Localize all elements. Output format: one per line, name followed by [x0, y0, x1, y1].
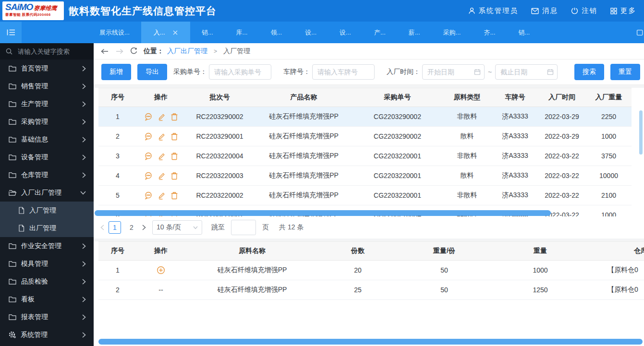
- edit-icon[interactable]: [158, 152, 166, 160]
- sidebar-item-work-safety[interactable]: 作业安全管理: [0, 237, 94, 255]
- next-page-icon[interactable]: [142, 225, 146, 230]
- gear-icon: [9, 331, 16, 338]
- edit-icon[interactable]: [158, 191, 166, 200]
- page-button-2[interactable]: 2: [125, 221, 138, 234]
- breadcrumb-parent-link[interactable]: 入厂出厂管理: [167, 47, 207, 56]
- user-name: 系统管理员: [479, 6, 519, 15]
- folder-icon: [9, 136, 16, 143]
- folder-icon: [9, 261, 16, 267]
- folder-icon: [9, 243, 16, 249]
- table-row[interactable]: 2 RC2203290001 硅灰石纤维填充增强PP CG2203290002 …: [98, 127, 632, 146]
- table-row[interactable]: 3 RC2203220004 硅灰石纤维填充增强PP CG2203220001 …: [98, 146, 632, 166]
- message-icon[interactable]: [144, 113, 153, 121]
- table-row[interactable]: 1 RC2203290002 硅灰石纤维填充增强PP CG2203290002 …: [98, 107, 632, 127]
- close-tab-icon[interactable]: [173, 30, 178, 35]
- col-seq: 序号: [98, 242, 137, 261]
- sidebar-item-quality[interactable]: 品质检验: [0, 273, 94, 290]
- plus-circle-icon[interactable]: [157, 266, 165, 274]
- search-button[interactable]: 搜索: [574, 64, 604, 80]
- sidebar-item-entry-mgmt[interactable]: 入厂管理: [0, 202, 94, 219]
- user-menu[interactable]: 系统管理员: [468, 6, 519, 15]
- main-content: 位置： 入厂出厂管理 > 入厂管理 新增 导出 采购单号： 车牌号： 入厂时间：…: [94, 43, 644, 346]
- tab-6[interactable]: 设...: [328, 22, 363, 43]
- sidebar-search-input[interactable]: [17, 48, 86, 56]
- sidebar-item-equipment[interactable]: 设备管理: [0, 148, 94, 166]
- vertical-scrollbar[interactable]: [639, 110, 643, 155]
- calendar-icon[interactable]: [547, 69, 554, 75]
- delete-icon[interactable]: [170, 132, 178, 141]
- sidebar-item-entry-exit[interactable]: 入厂出厂管理: [0, 184, 94, 202]
- folder-icon: [9, 296, 16, 302]
- col-material-type: 原料类型: [442, 88, 492, 107]
- calendar-icon[interactable]: [474, 69, 481, 75]
- add-button[interactable]: 新增: [101, 64, 131, 80]
- delete-icon[interactable]: [170, 113, 178, 121]
- sidebar-item-reports[interactable]: 报表管理: [0, 308, 94, 326]
- edit-icon[interactable]: [158, 113, 166, 121]
- sidebar-item-kanban[interactable]: 看板: [0, 290, 94, 308]
- jump-label: 跳至: [211, 223, 225, 232]
- sidebar-item-sales[interactable]: 销售管理: [0, 77, 94, 95]
- more-button[interactable]: 更多: [610, 6, 636, 15]
- tab-2[interactable]: 销...: [190, 22, 225, 43]
- chevron-right-icon: [82, 261, 86, 267]
- folder-icon: [9, 101, 16, 107]
- sidebar-item-purchasing[interactable]: 采购管理: [0, 113, 94, 131]
- message-icon[interactable]: [144, 191, 153, 200]
- tab-9[interactable]: 采购...: [432, 22, 473, 43]
- message-icon[interactable]: [144, 172, 153, 180]
- plate-no-input[interactable]: [312, 64, 375, 80]
- col-weight: 重量: [492, 242, 588, 261]
- sidebar-item-mold[interactable]: 模具管理: [0, 255, 94, 273]
- tab-0[interactable]: 展示线设...: [88, 22, 141, 43]
- pagination-bar: 1 2 10 条/页 跳至 页 共 12 条: [94, 216, 644, 239]
- table-row[interactable]: 5 RC2203220002 硅灰石纤维填充增强PP CG2203220001 …: [98, 186, 632, 205]
- menu-collapse-icon: [6, 28, 16, 36]
- jump-page-input[interactable]: [231, 220, 256, 235]
- sidebar-item-exit-mgmt[interactable]: 出厂管理: [0, 219, 94, 237]
- delete-icon[interactable]: [170, 191, 178, 200]
- horizontal-scrollbar[interactable]: [95, 210, 551, 216]
- delete-icon[interactable]: [170, 172, 178, 180]
- tab-7[interactable]: 产...: [363, 22, 397, 43]
- partial-tab-icon[interactable]: [636, 22, 644, 43]
- mail-icon: [531, 8, 539, 14]
- messages-button[interactable]: 消息: [531, 6, 558, 15]
- logout-button[interactable]: 注销: [571, 6, 597, 15]
- tab-8[interactable]: 薪...: [397, 22, 432, 43]
- sidebar-item-warehouse[interactable]: 仓库管理: [0, 166, 94, 184]
- page-size-select[interactable]: 10 条/页: [152, 220, 202, 235]
- delete-icon[interactable]: [170, 152, 178, 160]
- tab-10[interactable]: 齐...: [472, 22, 507, 43]
- prev-page-icon[interactable]: [100, 225, 104, 230]
- tab-1-active[interactable]: 入...: [141, 22, 190, 43]
- tab-3[interactable]: 库...: [225, 22, 259, 43]
- sidebar-item-home[interactable]: 首页管理: [0, 60, 94, 77]
- file-icon: [18, 207, 24, 214]
- export-button[interactable]: 导出: [137, 64, 167, 80]
- table-row[interactable]: 4 RC2203220003 硅灰石纤维填充增强PP CG2203220001 …: [98, 166, 632, 186]
- tab-11[interactable]: 销...: [507, 22, 541, 43]
- page-button-1[interactable]: 1: [109, 221, 121, 234]
- tab-5[interactable]: 设...: [293, 22, 328, 43]
- reset-button[interactable]: 重置: [610, 64, 640, 80]
- detail-row[interactable]: 2 -- 硅灰石纤维填充增强PP 25 50 1250 【原料仓0: [98, 280, 644, 300]
- purchase-no-input[interactable]: [209, 64, 271, 80]
- edit-icon[interactable]: [158, 132, 166, 141]
- refresh-icon[interactable]: [130, 48, 137, 55]
- detail-row[interactable]: 1 硅灰石纤维填充增强PP 20 50 1000 【原料仓0: [98, 261, 644, 280]
- forward-arrow-icon[interactable]: [115, 48, 124, 54]
- edit-icon[interactable]: [158, 172, 166, 180]
- table-header-row: 序号 操作 批次号 产品名称 采购单号 原料类型 车牌号 入厂时间 入厂重量: [98, 88, 632, 107]
- tab-4[interactable]: 领...: [259, 22, 293, 43]
- bottom-horizontal-scrollbar[interactable]: [98, 339, 643, 345]
- sidebar-item-system[interactable]: 系统管理: [0, 326, 94, 344]
- date-range-tilde: ~: [488, 68, 492, 76]
- message-icon[interactable]: [144, 132, 153, 141]
- sidebar-collapse-button[interactable]: [0, 22, 22, 43]
- back-arrow-icon[interactable]: [100, 48, 109, 54]
- col-entry-time: 入厂时间: [538, 88, 586, 107]
- sidebar-item-basic-info[interactable]: 基础信息: [0, 131, 94, 148]
- message-icon[interactable]: [144, 152, 153, 160]
- sidebar-item-production[interactable]: 生产管理: [0, 95, 94, 113]
